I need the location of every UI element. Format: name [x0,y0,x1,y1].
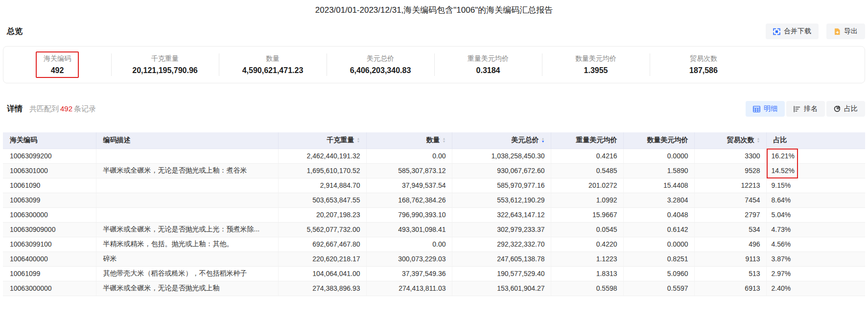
view-button-detail[interactable]: 明细 [746,101,785,117]
cell-code: 10063099100 [3,237,96,252]
export-button[interactable]: 导出 [826,24,865,39]
col-header-label-quantity: 数量 [426,136,440,145]
match-suffix: 条记录 [74,104,96,113]
col-header-cell-code: 海关编码 [3,132,96,149]
details-table-wrap: 海关编码编码描述千克重量▲▼数量▲▼美元总价▲▼重量美元均价数量美元均价贸易次数… [3,132,865,296]
cell-code: 10061099 [3,266,96,281]
view-button-share[interactable]: 占比 [826,101,865,117]
cell-description: 半碾米或全碾米，无论是否抛光或上光：预煮米除... [96,222,278,237]
col-header-cell-kg-weight: 千克重量▲▼ [279,132,366,149]
overview-header-row: 总览 合并下载 导出 [3,24,865,39]
cell-share: 4.56% [766,237,865,252]
cell-code: 10063000000 [3,281,96,296]
cell-quantity: 0.00 [366,149,452,163]
cell-kg-weight: 274,383,896.93 [278,281,366,296]
cell-trade-count: 3300 [694,149,766,163]
sort-icons-usd-total: ▲▼ [541,137,545,143]
cell-quantity: 300,073,229.03 [366,252,452,266]
cell-usd-total: 302,979,233.37 [452,222,551,237]
ranking-icon [794,106,800,112]
col-header-usd-per-qty: 数量美元均价 [623,132,694,149]
cell-kg-weight: 2,914,884.70 [278,178,366,193]
cell-quantity: 493,301,098.41 [366,222,452,237]
col-header-kg-weight[interactable]: 千克重量▲▼ [278,132,366,149]
cell-description [96,178,278,193]
cell-usd-total: 1,038,258,450.30 [452,149,551,163]
cell-usd-per-kg: 0.4220 [551,237,623,252]
col-header-share: 占比 [766,132,865,149]
sort-down-icon: ▼ [757,140,760,143]
cell-usd-total: 553,612,190.29 [452,193,551,207]
cell-usd-per-qty: 1.5890 [623,163,694,178]
cell-usd-total: 585,970,977.16 [452,178,551,193]
cell-usd-per-kg: 0.5485 [551,163,623,178]
stat-label-trade-count: 贸易次数 [689,54,718,63]
merge-download-button[interactable]: 合并下载 [766,24,819,39]
cell-usd-per-kg: 0.4216 [551,149,623,163]
stat-value-quantity: 4,590,621,471.23 [242,66,304,75]
match-prefix: 共匹配到 [29,104,59,113]
cell-share: 14.52% [766,163,865,178]
cell-code: 1006301000 [3,163,96,178]
cell-share: 9.15% [766,178,865,193]
cell-usd-per-kg: 15.9667 [551,207,623,222]
col-header-trade-count[interactable]: 贸易次数▲▼ [694,132,766,149]
cell-usd-per-kg: 0.0545 [551,222,623,237]
cell-trade-count: 534 [694,222,766,237]
cell-code: 10063099 [3,193,96,207]
cell-usd-total: 322,643,147.12 [452,207,551,222]
cell-code: 10061090 [3,178,96,193]
cell-trade-count: 7454 [694,193,766,207]
cell-usd-per-kg: 0.5598 [551,281,623,296]
overview-card: 海关编码492千克重量20,121,195,790.96数量4,590,621,… [3,46,865,83]
cell-usd-per-kg: 1.1223 [551,252,623,266]
col-header-cell-share: 占比 [767,132,866,149]
col-header-cell-trade-count: 贸易次数▲▼ [695,132,766,149]
cell-usd-per-qty: 3.2804 [623,193,694,207]
table-header-row: 海关编码编码描述千克重量▲▼数量▲▼美元总价▲▼重量美元均价数量美元均价贸易次数… [3,132,865,149]
overview-stat-usd-per-kg: 重量美元均价0.3184 [434,46,542,83]
cell-share: 8.64% [766,193,865,207]
overview-stat-trade-count: 贸易次数187,586 [650,46,757,83]
view-button-ranking[interactable]: 排名 [786,101,825,117]
cell-trade-count: 2797 [694,207,766,222]
stat-label-usd-total: 美元总价 [350,54,411,63]
cell-trade-count: 513 [694,266,766,281]
table-row: 10063000000半碾米或全碾米，无论是否抛光或上釉274,383,896.… [3,281,865,296]
cell-quantity: 168,762,384.26 [366,193,452,207]
table-row: 10063099100半精米或精米，包括。抛光或上釉：其他。692,667,46… [3,237,865,252]
cell-kg-weight: 1,695,610,170.52 [278,163,366,178]
cell-usd-per-qty: 0.8251 [623,252,694,266]
view-button-label-ranking: 排名 [804,104,818,113]
cell-usd-per-qty: 0.5597 [623,281,694,296]
overview-stat-hs-code: 海关编码492 [3,46,111,83]
col-header-quantity[interactable]: 数量▲▼ [366,132,452,149]
cell-quantity: 37,397,549.36 [366,266,452,281]
stat-label-hs-code: 海关编码 [44,54,71,63]
cell-share: 3.87% [766,252,865,266]
table-row: 1006301000半碾米或全碾米，无论是否抛光或上釉：煮谷米1,695,610… [3,163,865,178]
sort-icons-quantity: ▲▼ [443,137,446,143]
cell-description: 半碾米或全碾米，无论是否抛光或上釉 [96,281,278,296]
cell-description [96,207,278,222]
cell-quantity: 0.00 [366,237,452,252]
stat-label-usd-per-kg: 重量美元均价 [468,54,509,63]
cell-trade-count: 496 [694,237,766,252]
col-header-usd-total[interactable]: 美元总价▲▼ [452,132,551,149]
highlight-box-overview: 海关编码492 [36,51,79,78]
stat-label-usd-per-qty: 数量美元均价 [575,54,616,63]
cell-share: 4.73% [766,222,865,237]
cell-share: 2.97% [766,266,865,281]
stat-inner: 美元总价6,406,203,340.83 [342,51,419,78]
cell-description [96,149,278,163]
cell-kg-weight: 503,653,847.55 [278,193,366,207]
overview-stats: 海关编码492千克重量20,121,195,790.96数量4,590,621,… [3,46,865,83]
cell-usd-total: 247,605,138.78 [452,252,551,266]
stat-value-usd-per-kg: 0.3184 [468,66,509,75]
stat-value-hs-code: 492 [44,66,71,75]
col-header-cell-usd-per-qty: 数量美元均价 [624,132,694,149]
sort-down-icon: ▼ [357,140,360,143]
view-button-label-share: 占比 [844,104,858,113]
stat-value-kg-weight: 20,121,195,790.96 [132,66,197,75]
overview-stat-usd-total: 美元总价6,406,203,340.83 [327,46,434,83]
